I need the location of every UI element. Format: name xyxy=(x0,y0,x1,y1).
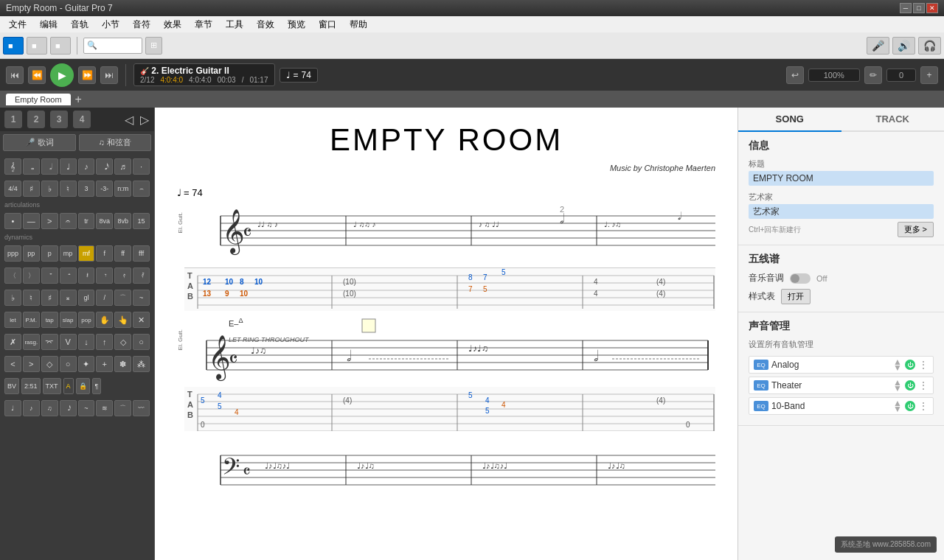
analog-arrows[interactable]: ▲▼ xyxy=(893,359,902,371)
layout-btn[interactable]: ⊞ xyxy=(145,37,162,55)
sym-3-3[interactable]: 3 xyxy=(78,181,95,197)
sym-vib[interactable]: ~ xyxy=(133,290,150,306)
sym-fermata[interactable]: 𝄐 xyxy=(60,213,77,229)
more-btn[interactable]: 更多 > xyxy=(898,222,934,237)
track-num-2[interactable]: 2 xyxy=(27,111,45,128)
sym-trill[interactable]: tr xyxy=(78,213,95,229)
tenband-arrows[interactable]: ▲▼ xyxy=(893,400,902,412)
sym-nat2[interactable]: ♮ xyxy=(23,290,40,306)
sym-note1[interactable]: ♩ xyxy=(4,400,21,416)
theater-power-btn[interactable]: ⏻ xyxy=(905,380,915,391)
tab-song[interactable]: SONG xyxy=(738,108,841,132)
artist-input[interactable] xyxy=(749,204,934,219)
sym-cresc[interactable]: 〈 xyxy=(4,267,21,284)
sym-misc1[interactable]: ✽ xyxy=(114,356,131,372)
close-btn[interactable]: ✕ xyxy=(926,3,938,13)
sym-rest-8[interactable]: 𝄾 xyxy=(96,267,113,284)
track-num-1[interactable]: 1 xyxy=(4,111,22,128)
score-tab-active[interactable]: Empty Room xyxy=(6,94,71,105)
sym-up[interactable]: ↑ xyxy=(96,334,113,350)
undo-btn[interactable]: ↩ xyxy=(786,66,804,84)
toolbar-view-btn-1[interactable]: ■ xyxy=(3,37,24,55)
track-prev-icon[interactable]: ◁ xyxy=(122,113,136,127)
sym-BV[interactable]: BV xyxy=(4,378,19,394)
toolbar-mic-icon[interactable]: 🎤 xyxy=(867,37,889,55)
sym-eighth[interactable]: ♪ xyxy=(78,158,95,175)
menu-effect[interactable]: 效果 xyxy=(158,17,187,32)
sym-dblsharp[interactable]: 𝄪 xyxy=(60,290,77,306)
chords-tab-btn[interactable]: ♫ 和弦音 xyxy=(79,134,152,151)
sym-lock[interactable]: 🔒 xyxy=(76,378,90,394)
menu-tool[interactable]: 工具 xyxy=(220,17,249,32)
rewind-btn[interactable]: ⏮ xyxy=(6,66,24,84)
sym-flat2[interactable]: ♭ xyxy=(4,290,21,306)
menu-sound[interactable]: 音效 xyxy=(251,17,280,32)
sym-4-4[interactable]: 4/4 xyxy=(4,181,21,197)
theater-more-btn[interactable]: ⋮ xyxy=(918,379,929,391)
sym-TXT[interactable]: TXT xyxy=(43,378,61,394)
sym-15ma[interactable]: 15 xyxy=(133,213,150,229)
sym-whole[interactable]: 𝅝 xyxy=(23,158,40,175)
menu-help[interactable]: 帮助 xyxy=(344,17,373,32)
toolbar-headphone-icon[interactable]: 🎧 xyxy=(918,37,941,55)
sym-greater[interactable]: > xyxy=(23,356,40,372)
sym-8va[interactable]: 8va xyxy=(96,213,113,229)
menu-chapter[interactable]: 章节 xyxy=(189,17,218,32)
sym-natural[interactable]: ♮ xyxy=(60,181,77,197)
tenband-more-btn[interactable]: ⋮ xyxy=(918,400,929,412)
analog-power-btn[interactable]: ⏻ xyxy=(905,360,915,370)
add-btn[interactable]: + xyxy=(920,66,938,84)
sym-down[interactable]: ↓ xyxy=(78,334,95,350)
sym-misc2[interactable]: ⁂ xyxy=(133,356,150,372)
sym-note4[interactable]: 𝅘𝅥𝅯 xyxy=(60,400,77,416)
sym-tenuto[interactable]: — xyxy=(23,213,40,229)
sym-251[interactable]: 2:51 xyxy=(21,378,41,394)
menu-bar-item[interactable]: 小节 xyxy=(96,17,125,32)
menu-track[interactable]: 音轨 xyxy=(65,17,94,32)
lyrics-tab-btn[interactable]: 🎤 歌词 xyxy=(3,134,76,151)
sym-para[interactable]: ¶ xyxy=(92,378,102,394)
toolbar-view-btn-3[interactable]: ■ xyxy=(50,37,71,55)
sym-n-m[interactable]: n:m xyxy=(114,181,131,197)
sym-rasg[interactable]: rasg. xyxy=(23,334,40,350)
sym-plus[interactable]: + xyxy=(96,356,113,372)
maximize-btn[interactable]: □ xyxy=(913,3,925,13)
play-btn[interactable]: ▶ xyxy=(50,63,74,87)
sym-less[interactable]: < xyxy=(4,356,21,372)
sym-rest-32[interactable]: 𝅀 xyxy=(133,267,150,284)
notation-staff-2[interactable]: 𝄞 𝄴 ♩♪♫ 𝅗𝅥 ♩♪♩♫ 𝅗𝅥 xyxy=(184,318,715,385)
sym-rest-half[interactable]: 𝄼 xyxy=(60,267,77,284)
menu-file[interactable]: 文件 xyxy=(3,17,32,32)
sym-staccato[interactable]: • xyxy=(4,213,21,229)
sym-f[interactable]: f xyxy=(96,245,113,262)
sym-A[interactable]: A xyxy=(63,378,74,394)
sym-gliss[interactable]: gl xyxy=(78,290,95,306)
sym-accent[interactable]: > xyxy=(41,213,58,229)
sym-circle2[interactable]: ○ xyxy=(60,356,77,372)
sym-32nd[interactable]: ♬ xyxy=(114,158,131,175)
notation-staff-1[interactable]: 𝄞 𝄴 ♩♩ ♫ ♪ ♩ ♫♫ ♪ ♪ ♫ ♩♩ ♩. ♪♫ 2 𝅗𝅥 xyxy=(198,201,715,267)
sym-pp[interactable]: pp xyxy=(23,245,40,262)
sym-diamond[interactable]: ◇ xyxy=(114,334,131,350)
sym-bow[interactable]: ⌒ xyxy=(114,400,131,416)
zoom-down-icon[interactable]: ▼ xyxy=(131,41,139,50)
sym-slap[interactable]: slap xyxy=(60,312,77,328)
sym-decresc[interactable]: 〉 xyxy=(23,267,40,284)
notation-staff-3[interactable]: 𝄢 𝄴 ♩♪♩♫♪♩ ♩♪♩♫ ♩♪♩♫♪♩ ♩♪♩♫ xyxy=(198,441,715,500)
sym-pick[interactable]: ⌤ xyxy=(41,334,58,350)
sym-half[interactable]: 𝅗𝅥 xyxy=(41,158,58,175)
open-btn[interactable]: 打开 xyxy=(781,289,811,304)
analog-more-btn[interactable]: ⋮ xyxy=(918,359,929,371)
theater-arrows[interactable]: ▲▼ xyxy=(893,379,902,391)
sym-vibrato[interactable]: 〰 xyxy=(133,400,150,416)
sym-x[interactable]: ✕ xyxy=(133,312,150,328)
track-num-3[interactable]: 3 xyxy=(50,111,68,128)
sym-diamond2[interactable]: ◇ xyxy=(41,356,58,372)
tenband-power-btn[interactable]: ⏻ xyxy=(905,401,915,411)
sym-tap[interactable]: tap xyxy=(41,312,58,328)
sym-sharp2[interactable]: ♯ xyxy=(41,290,58,306)
sym-note2[interactable]: ♪ xyxy=(23,400,40,416)
end-btn[interactable]: ⏭ xyxy=(100,66,118,84)
sym-tie[interactable]: ⌢ xyxy=(133,181,150,197)
track-next-icon[interactable]: ▷ xyxy=(138,113,151,127)
